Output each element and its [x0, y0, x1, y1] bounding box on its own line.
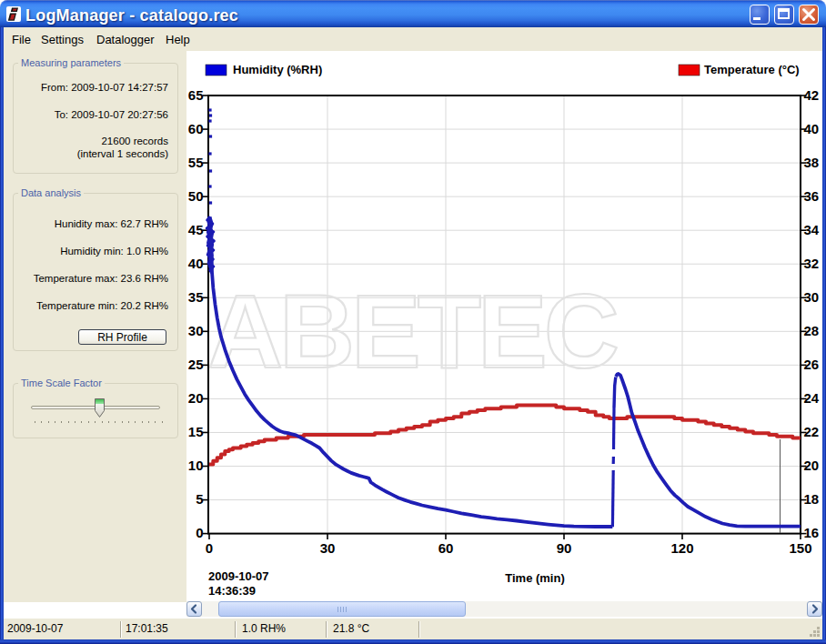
svg-text:24: 24 [804, 390, 820, 406]
svg-text:60: 60 [438, 540, 454, 556]
svg-text:20: 20 [804, 458, 820, 473]
svg-text:30: 30 [188, 323, 204, 338]
svg-text:30: 30 [804, 289, 820, 305]
svg-text:28: 28 [804, 323, 820, 338]
svg-text:36: 36 [804, 188, 820, 204]
svg-text:14:36:39: 14:36:39 [208, 584, 256, 598]
svg-text:0: 0 [206, 540, 213, 556]
svg-text:2009-10-07: 2009-10-07 [208, 569, 269, 583]
svg-text:35: 35 [188, 289, 204, 305]
svg-text:150: 150 [789, 540, 811, 556]
svg-text:Humidity (%RH): Humidity (%RH) [233, 63, 322, 76]
svg-text:40: 40 [188, 256, 204, 271]
svg-text:38: 38 [804, 155, 820, 170]
svg-text:42: 42 [804, 87, 820, 103]
svg-text:18: 18 [804, 491, 820, 507]
svg-text:0: 0 [196, 525, 203, 540]
svg-text:Time (min): Time (min) [505, 571, 565, 585]
svg-text:32: 32 [804, 256, 820, 271]
svg-text:26: 26 [804, 357, 820, 372]
svg-text:15: 15 [188, 424, 204, 439]
svg-text:55: 55 [188, 155, 204, 170]
svg-text:20: 20 [188, 390, 204, 406]
svg-text:16: 16 [804, 525, 820, 540]
svg-text:34: 34 [804, 222, 820, 237]
svg-text:10: 10 [188, 458, 204, 473]
svg-text:Temperature (°C): Temperature (°C) [704, 63, 800, 76]
svg-text:ABETEC: ABETEC [207, 273, 617, 389]
svg-text:50: 50 [188, 188, 204, 204]
svg-text:120: 120 [670, 540, 693, 556]
svg-text:45: 45 [188, 222, 204, 237]
svg-text:22: 22 [804, 424, 820, 439]
svg-text:40: 40 [804, 121, 820, 136]
svg-text:60: 60 [188, 121, 204, 136]
svg-text:25: 25 [188, 357, 204, 372]
svg-text:65: 65 [188, 87, 204, 103]
svg-text:30: 30 [320, 540, 336, 556]
svg-text:5: 5 [196, 491, 203, 507]
svg-text:90: 90 [557, 540, 572, 556]
